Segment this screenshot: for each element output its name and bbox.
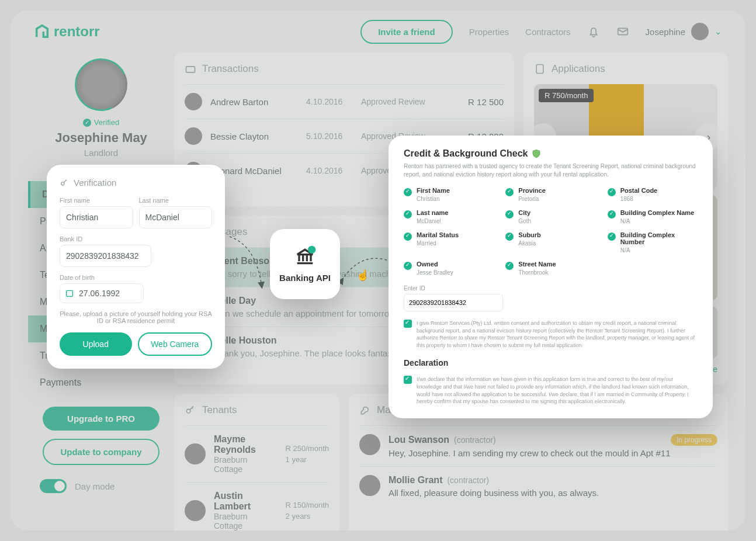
credit-field: Marital StatusMarried bbox=[404, 231, 494, 254]
declaration-checkbox[interactable] bbox=[404, 376, 412, 384]
credit-field: Postal Code1868 bbox=[608, 187, 698, 202]
credit-field: ProvincePretoria bbox=[505, 187, 595, 202]
logo: rentorr bbox=[34, 23, 100, 40]
logo-icon bbox=[34, 23, 50, 40]
verification-popup: Verification First name Last name Bank I… bbox=[47, 165, 225, 369]
wallet-icon bbox=[185, 63, 196, 75]
avatar bbox=[185, 443, 206, 464]
user-menu[interactable]: Josephine ⌄ bbox=[646, 23, 722, 40]
consent-checkbox[interactable] bbox=[404, 320, 412, 328]
svg-point-3 bbox=[186, 409, 190, 413]
first-name-input[interactable] bbox=[60, 206, 133, 228]
check-icon bbox=[404, 210, 412, 219]
avatar bbox=[185, 93, 202, 110]
list-item[interactable]: Lou Swanson(contractor)In progressHey, J… bbox=[359, 425, 717, 466]
avatar bbox=[359, 434, 380, 455]
enter-id-input[interactable] bbox=[404, 294, 503, 311]
bank-api-label: Banking API bbox=[279, 273, 331, 283]
transactions-title: Transactions bbox=[202, 63, 259, 75]
cursor-icon: ☝ bbox=[356, 269, 369, 282]
invite-friend-button[interactable]: Invite a friend bbox=[360, 20, 453, 44]
nav-properties[interactable]: Properties bbox=[469, 27, 509, 37]
nav-contractors[interactable]: Contractors bbox=[525, 27, 571, 37]
mail-icon[interactable] bbox=[616, 25, 629, 38]
profile-avatar bbox=[67, 51, 134, 118]
check-icon bbox=[404, 233, 412, 241]
status-badge: In progress bbox=[671, 434, 717, 446]
declaration-heading: Declaration bbox=[404, 358, 698, 367]
dob-value: 27.06.1992 bbox=[79, 289, 120, 298]
applications-title: Applications bbox=[552, 63, 605, 75]
calendar-icon bbox=[65, 289, 74, 298]
day-mode-label: Day mode bbox=[75, 481, 115, 491]
upload-button[interactable]: Upload bbox=[60, 332, 132, 356]
price-tag: R 750/month bbox=[539, 89, 594, 102]
list-item[interactable]: Austin LambertBraeburn CottageR 150/mont… bbox=[185, 482, 329, 530]
svg-rect-5 bbox=[67, 290, 73, 296]
last-name-input[interactable] bbox=[139, 206, 213, 228]
upload-hint: Please, upload a picture of yourself hol… bbox=[60, 310, 212, 324]
brand-text: rentorr bbox=[54, 23, 100, 40]
header: rentorr Invite a friend Properties Contr… bbox=[11, 11, 745, 53]
tenants-title: Tenants bbox=[202, 404, 237, 416]
credit-field: Building Complex NumberN/A bbox=[608, 231, 698, 254]
key-icon bbox=[185, 404, 196, 416]
shield-icon bbox=[531, 148, 542, 159]
credit-field: Last nameMcDaniel bbox=[404, 209, 494, 224]
credit-field: First NameChristian bbox=[404, 187, 494, 202]
check-icon bbox=[505, 233, 514, 241]
wrench-icon bbox=[359, 404, 371, 416]
key-icon bbox=[60, 178, 69, 188]
list-item[interactable]: Mollie Grant(contractor)All fixed, pleas… bbox=[359, 466, 717, 506]
web-camera-button[interactable]: Web Camera bbox=[138, 332, 213, 356]
check-icon bbox=[505, 262, 514, 270]
check-icon bbox=[608, 188, 616, 196]
credit-field: Building Complex NameN/A bbox=[608, 209, 698, 224]
nav-payments[interactable]: Payments bbox=[28, 369, 174, 396]
check-icon bbox=[404, 262, 412, 270]
user-name: Josephine bbox=[646, 27, 685, 37]
verified-badge: ✓Verified bbox=[34, 118, 168, 127]
bell-icon[interactable] bbox=[587, 25, 600, 38]
avatar bbox=[185, 127, 202, 145]
list-item[interactable]: Mayme ReynoldsBraeburn CottageR 250/mont… bbox=[185, 425, 329, 482]
table-row[interactable]: Andrew Barton4.10.2016Approved ReviewR 1… bbox=[185, 84, 504, 119]
document-icon bbox=[534, 63, 546, 75]
check-icon bbox=[608, 210, 616, 219]
svg-rect-2 bbox=[536, 65, 543, 74]
avatar bbox=[185, 500, 206, 521]
avatar bbox=[691, 23, 709, 40]
profile-role: Landlord bbox=[34, 148, 168, 158]
check-icon bbox=[608, 233, 616, 241]
svg-rect-1 bbox=[186, 67, 195, 72]
credit-field: Street NameThornbrook bbox=[505, 261, 595, 276]
profile: ✓Verified Josephine May Landlord bbox=[28, 58, 174, 169]
credit-field: CityGoth bbox=[505, 209, 595, 224]
day-mode-toggle[interactable] bbox=[40, 479, 67, 493]
credit-field: SuburbAkasia bbox=[505, 231, 595, 254]
bank-id-input[interactable] bbox=[60, 245, 151, 267]
check-icon bbox=[505, 188, 514, 196]
upgrade-button[interactable]: Upgrade to PRO bbox=[43, 407, 159, 431]
svg-point-4 bbox=[61, 182, 64, 185]
credit-field: OwnedJesse Bradley bbox=[404, 261, 494, 276]
update-company-button[interactable]: Update to company bbox=[43, 439, 159, 465]
banking-api-node: Banking API bbox=[270, 229, 340, 299]
check-icon bbox=[505, 210, 514, 219]
tenants-card: Tenants Mayme ReynoldsBraeburn CottageR … bbox=[174, 394, 339, 530]
credit-check-popup: Credit & Background Check Rentorr has pa… bbox=[389, 136, 713, 418]
chevron-down-icon: ⌄ bbox=[715, 26, 722, 37]
avatar bbox=[359, 475, 380, 496]
check-icon bbox=[404, 188, 412, 196]
svg-point-6 bbox=[308, 246, 315, 254]
profile-name: Josephine May bbox=[34, 130, 168, 145]
bank-icon bbox=[293, 245, 317, 268]
